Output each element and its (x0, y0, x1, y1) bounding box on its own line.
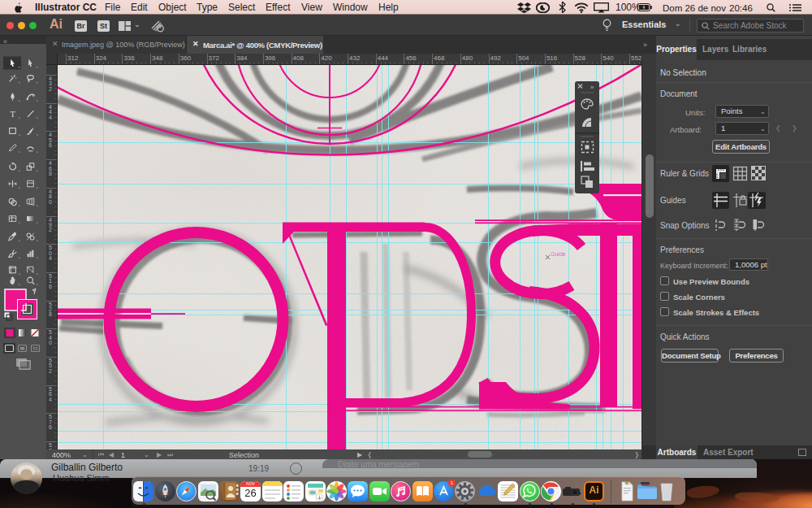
svg-text:T: T (10, 109, 15, 119)
svg-text:»: » (590, 84, 594, 91)
svg-text:Guide: Guide (551, 251, 566, 257)
